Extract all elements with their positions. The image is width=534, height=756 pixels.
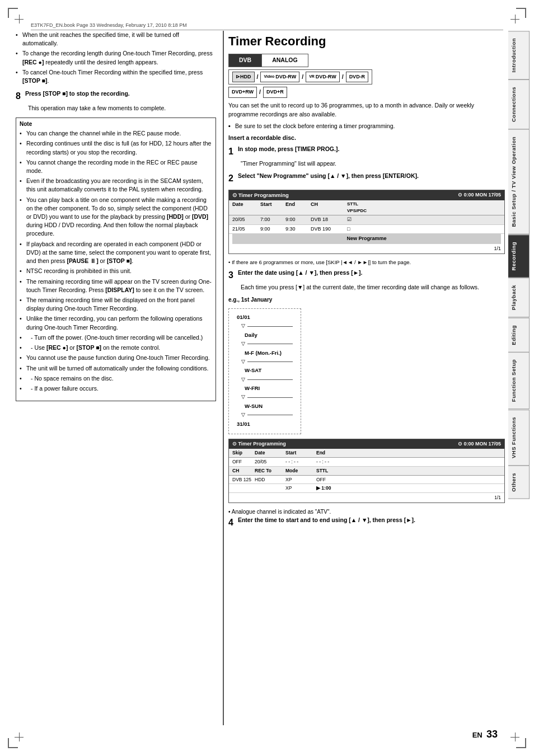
t2-r1-start: - - : - - [285,458,316,466]
note-item: - Use [REC ●] or [STOP ■] on the remote … [20,344,212,352]
analog-note: • Analogue channel is indicated as "ATV"… [228,508,505,516]
sidebar-tab-others[interactable]: Others [508,466,530,499]
note-item: NTSC recording is prohibited in this uni… [20,267,212,275]
t2-col-end: End [316,449,347,457]
page-en: EN [472,731,483,739]
t2-r3-recto [255,485,285,492]
sidebar-tab-recording[interactable]: Recording [508,234,530,278]
left-column: When the unit reaches the specified time… [16,31,223,725]
t2-r2-recto: HDD [255,476,285,483]
step-2-text: Select "New Programme" using [▲ / ▼], th… [238,172,419,181]
t2-r1-skip: OFF [232,458,255,466]
desc-note-bullet: • Be sure to set the clock before enteri… [228,122,505,130]
right-column: Timer Recording DVB ANALOG ⊳HDD / VideoD… [223,31,505,725]
row2-ch: DVB 190 [311,226,347,233]
note-item: The unit will be turned off automaticall… [20,364,212,373]
separator-1: / [257,73,259,82]
row1-date: 20/05 [232,216,260,224]
section-title: Timer Recording [228,32,505,50]
crosshair-tl [15,15,24,24]
t2-r3-sttl: ▶ 1:00 [316,485,347,492]
step-4-line: 4 Enter the time to start and to end usi… [228,516,505,529]
row2-end: 9:30 [285,226,311,233]
date-arrow-5: ▽ [241,393,293,401]
note-box: Note You can change the channel while in… [16,118,216,401]
row2-date: 21/05 [232,226,260,233]
step-2-container: 2 Select "New Programme" using [▲ / ▼], … [228,172,505,185]
t2-col-mode: Mode [285,467,316,475]
tab-dvb[interactable]: DVB [229,54,262,67]
sidebar-tab-connections[interactable]: Connections [508,79,530,129]
date-wfri: W-FRI [245,384,293,392]
step-1-number: 1 [228,145,233,158]
sidebar-tab-function-setup[interactable]: Function Setup [508,352,530,409]
tab-analog[interactable]: ANALOG [262,54,308,67]
step-8-sub: This operation may take a few moments to… [28,104,216,113]
date-daily: Daily [245,331,293,339]
note-label: Note [20,120,212,128]
col-sttl: STTLVPS/PDC [347,201,375,214]
step-4-container: 4 Enter the time to start and to end usi… [228,516,505,529]
t2-r2-mode: XP [285,476,316,483]
sidebar-tab-introduction[interactable]: Introduction [508,31,530,79]
step-1-text: In stop mode, press [TIMER PROG.]. [238,145,339,154]
note-bullet-item: • Be sure to set the clock before enteri… [228,122,505,130]
sidebar-tab-playback[interactable]: Playback [508,278,530,317]
separator-3: / [342,73,344,82]
note-item: You can play back a title on one compone… [20,196,212,238]
crosshair-br [510,732,519,741]
t2-r2-sttl: OFF [316,476,347,483]
t2-col-recto: REC To [255,467,285,475]
row1-start: 7:00 [260,216,285,224]
date-arrow-6: ▽ [241,411,293,419]
timer-table-1-title: ⊙ Timer Programming [232,191,289,199]
timer-table-1: ⊙ Timer Programming ⊙ 0:00 MON 17/05 Dat… [228,190,505,254]
note-item: - No space remains on the disc. [20,374,212,383]
timer-table-2-cols-1: Skip Date Start End [229,449,504,458]
step-8-container: 8 Press [STOP ■] to stop the recording. … [16,90,216,113]
sidebar-tab-basic-setup[interactable]: Basic Setup / TV View Operation [508,129,530,234]
description-text: You can set the unit to record up to 36 … [228,101,505,119]
sidebar-tab-vhs[interactable]: VHS Functions [508,410,530,466]
step-1-container: 1 In stop mode, press [TIMER PROG.]. "Ti… [228,145,505,168]
t2-col-sttl: STTL [316,467,347,475]
date-arrow-2: ▽ [241,340,293,348]
timer-table-1-footer: 1/1 [229,244,504,254]
bullet-item: To cancel One-touch Timer Recording with… [16,68,216,85]
t2-col-ch: CH [232,467,255,475]
date-top: 01/01 [237,313,293,321]
insert-disc-text: Insert a recordable disc. [228,134,505,143]
t2-r1-date: 20/05 [255,458,285,466]
crosshair-tr [510,15,519,24]
step-2-line: 2 Select "New Programme" using [▲ / ▼], … [228,172,505,185]
timer-table-2: ⊙ Timer Programming ⊙ 0:00 MON 17/05 Ski… [228,439,505,503]
step-8-line: 8 Press [STOP ■] to stop the recording. [16,90,216,103]
row1-ch: DVB 18 [311,216,347,224]
step-1-sub: "Timer Programming" list will appear. [241,159,505,168]
t2-col-skip: Skip [232,449,255,457]
header-text: E3TK7FD_EN.book Page 33 Wednesday, Febru… [31,22,187,28]
sidebar-tab-editing[interactable]: Editing [508,318,530,353]
note-item: Recording continues until the disc is fu… [20,139,212,156]
row1-end: 9:00 [285,216,311,224]
timer-table-1-clock: ⊙ 0:00 MON 17/05 [458,191,501,199]
sidebar-tabs: Introduction Connections Basic Setup / T… [508,31,530,499]
t2-r2-ch: DVB 125 [232,476,255,483]
dvdrw-video-icon: VideoDVD-RW [260,72,299,83]
page-number: EN 33 [472,729,498,740]
step-3-line: 3 Enter the date using [▲ / ▼], then pre… [228,269,505,282]
dvdplusr-icon: DVD+R [263,87,287,98]
timer-table-2-footer: 1/1 [229,492,504,503]
date-chart: 01/01 ▽ Daily ▽ M-F (Mon.-Fri.) ▽ W-SAT [228,308,301,434]
note-item: Even if the broadcasting you are recordi… [20,177,212,194]
step-3-container: 3 Enter the date using [▲ / ▼], then pre… [228,269,505,292]
t2-col-date: Date [255,449,285,457]
media-icons-row-1: ⊳HDD / VideoDVD-RW / VRDVD-RW / DVD-R [228,69,372,85]
timer-table-2-clock: ⊙ 0:00 MON 17/05 [458,440,501,448]
step-8-text: Press [STOP ■] to stop the recording. [25,90,130,98]
timer-table-2-header: ⊙ Timer Programming ⊙ 0:00 MON 17/05 [229,439,504,449]
date-wsun: W-SUN [245,402,293,410]
timer-row-2: 21/05 9:00 9:30 DVB 190 □ [229,225,504,234]
dvdplusrw-icon: DVD+RW [228,87,257,98]
note-item: If playback and recording are operated i… [20,240,212,266]
